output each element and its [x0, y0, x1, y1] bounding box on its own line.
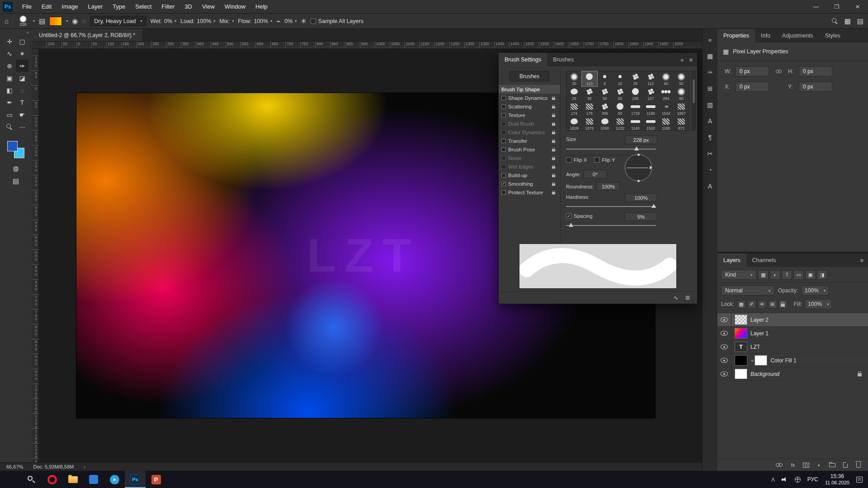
brush-preset-1544[interactable]: »»1544	[658, 101, 674, 116]
load-brush-icon[interactable]: ◉	[72, 17, 78, 25]
width-field[interactable]: 0 px	[736, 66, 769, 76]
spacing-field[interactable]: 5%	[625, 212, 657, 221]
tab-layers[interactable]: Layers	[717, 253, 746, 267]
brush-load-swatch[interactable]	[49, 17, 62, 26]
minimize-button[interactable]: —	[806, 0, 826, 13]
layer-row-background[interactable]: Background	[717, 367, 868, 381]
taskbar-opera-button[interactable]	[42, 471, 62, 488]
brush-section-wet-edges[interactable]: Wet Edges	[499, 162, 560, 171]
zoom-level[interactable]: 66,67%	[6, 464, 23, 469]
tab-adjustments[interactable]: Adjustments	[776, 29, 819, 42]
character-styles-panel-icon[interactable]: A	[703, 178, 717, 194]
brush-section-shape-dynamics[interactable]: Shape Dynamics	[499, 94, 560, 102]
sample-all-layers-field[interactable]: Sample All Layers	[311, 18, 363, 24]
lock-all-icon[interactable]	[778, 300, 788, 309]
rectangle-tool[interactable]: ▭	[3, 108, 16, 121]
search-icon[interactable]	[832, 18, 838, 24]
sample-all-layers-checkbox[interactable]	[311, 19, 316, 24]
brush-preset-123[interactable]: 123	[582, 71, 597, 86]
brush-preset-306[interactable]: 306	[597, 101, 613, 116]
link-layers-icon[interactable]	[776, 461, 783, 469]
lock-icon[interactable]	[552, 123, 555, 126]
brush-section-scattering[interactable]: Scattering	[499, 102, 560, 111]
layer-row-layer-1[interactable]: Layer 1	[717, 327, 868, 340]
lock-icon[interactable]	[552, 132, 555, 135]
create-new-brush-icon[interactable]: ⊞	[685, 295, 690, 301]
lock-icon[interactable]	[552, 149, 555, 152]
size-field[interactable]: 228 px	[625, 136, 657, 144]
layer-row-color-fill-1[interactable]: ∞Color Fill 1	[717, 354, 868, 367]
clone-stamp-panel-icon[interactable]: ◔	[703, 162, 717, 178]
brush-preset-50[interactable]: 50	[597, 86, 613, 101]
menu-layer[interactable]: Layer	[83, 0, 108, 13]
visibility-toggle[interactable]	[717, 313, 731, 326]
brush-tool[interactable]: ✑	[16, 60, 28, 72]
eraser-tool[interactable]: ◪	[16, 72, 28, 84]
pen-tool[interactable]: ✒	[3, 96, 16, 108]
build-up-checkbox[interactable]	[501, 173, 506, 178]
lock-icon[interactable]	[552, 141, 555, 143]
layers-panel-menu-icon[interactable]: ≡	[860, 253, 868, 267]
glyphs-panel-icon[interactable]: ✂	[703, 145, 717, 162]
menu-image[interactable]: Image	[57, 0, 83, 13]
tab-properties[interactable]: Properties	[717, 29, 755, 42]
brush-preset-50[interactable]: 50	[613, 101, 628, 116]
brush-section-transfer[interactable]: Transfer	[499, 136, 560, 145]
roundness-handle-bottom[interactable]	[637, 180, 640, 182]
brush-preset-80[interactable]: 80	[674, 86, 689, 101]
filter-toggle-icon[interactable]: ◨	[817, 270, 827, 280]
color-panel-icon[interactable]: ▦	[703, 48, 717, 64]
brush-preset-175[interactable]: 175	[582, 101, 597, 116]
menu-3d[interactable]: 3D	[179, 0, 197, 13]
x-field[interactable]: 0 px	[736, 82, 769, 92]
home-icon[interactable]: ⌂	[5, 17, 9, 25]
mix-field[interactable]: Mix: ▾	[219, 18, 234, 24]
brush-preset-1140[interactable]: 1140	[628, 116, 643, 131]
brush-preset-picker[interactable]: 228	[17, 15, 29, 27]
spacing-slider[interactable]	[566, 222, 656, 228]
visibility-toggle[interactable]	[717, 354, 731, 367]
y-field[interactable]: 0 px	[799, 82, 832, 92]
panel-menu-icon[interactable]: ≡	[689, 56, 693, 63]
smoothing-checkbox[interactable]: ✓	[501, 182, 506, 186]
brush-preset-60[interactable]: 60	[613, 86, 628, 101]
gradient-tool[interactable]: ◧	[3, 84, 16, 96]
collapse-panels-icon[interactable]: «	[703, 32, 717, 48]
brush-preset-1520[interactable]: 1520	[643, 116, 658, 131]
app-logo-icon[interactable]: Ps	[3, 2, 13, 12]
clean-brush-icon[interactable]: ◌	[82, 17, 86, 25]
hardness-field[interactable]: 100%	[625, 193, 657, 202]
fill-field[interactable]: 100% ▾	[805, 299, 832, 309]
brush-preset-1222[interactable]: 1222	[613, 116, 628, 131]
brush-section-build-up[interactable]: Build-up	[499, 171, 560, 179]
smoothing-field[interactable]: 0% ▾	[284, 18, 297, 24]
zoom-tool[interactable]	[3, 121, 16, 133]
filter-kind-select[interactable]: Kind ▾	[721, 270, 756, 280]
delete-layer-icon[interactable]	[855, 461, 862, 469]
spacing-slider-thumb[interactable]	[569, 223, 573, 227]
new-layer-icon[interactable]	[842, 461, 849, 469]
flip-x-checkbox[interactable]	[566, 157, 571, 163]
character-panel-icon[interactable]: A	[703, 113, 717, 129]
mixer-combination-select[interactable]: Dry, Heavy Load ▾	[90, 16, 146, 26]
layer-thumbnail[interactable]	[735, 314, 747, 325]
lock-transparent-pixels-icon[interactable]: ▦	[737, 300, 746, 309]
tray-chevron-up-icon[interactable]: ⋀	[771, 477, 774, 482]
visibility-toggle[interactable]	[717, 367, 731, 380]
brush-preset-10[interactable]: 10	[613, 71, 628, 86]
lock-icon[interactable]	[552, 175, 555, 178]
taskbar-messenger-app-button[interactable]: ➤	[104, 471, 125, 488]
document-tab[interactable]: Untitled-2 @ 66,7% (Layer 2, RGB/8#) *	[32, 29, 143, 41]
clone-stamp-tool[interactable]: ▣	[3, 72, 16, 84]
layer-row-lzt[interactable]: TLZT	[717, 340, 868, 354]
visibility-toggle[interactable]	[717, 327, 731, 340]
lock-icon[interactable]	[552, 192, 555, 195]
tab-styles[interactable]: Styles	[819, 29, 846, 42]
layer-mask-thumbnail[interactable]	[755, 355, 767, 366]
airbrush-icon[interactable]: ⌁	[276, 17, 280, 25]
lock-icon[interactable]	[552, 183, 555, 186]
clone-source-panel-icon[interactable]: ⊞	[703, 80, 717, 97]
brush-pose-checkbox[interactable]	[501, 147, 506, 152]
adjustments-panel-icon[interactable]: ▥	[703, 97, 717, 113]
lock-icon[interactable]	[552, 98, 555, 100]
